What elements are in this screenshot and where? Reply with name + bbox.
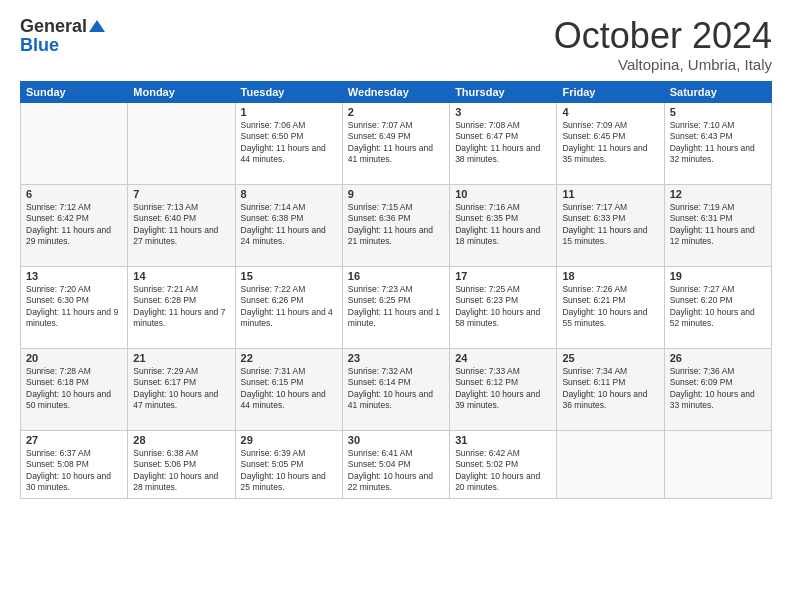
day-number: 27 [26,434,122,446]
calendar-week-row: 27Sunrise: 6:37 AMSunset: 5:08 PMDayligh… [21,430,772,498]
table-row: 24Sunrise: 7:33 AMSunset: 6:12 PMDayligh… [450,348,557,430]
day-number: 29 [241,434,337,446]
day-number: 14 [133,270,229,282]
day-info: Sunrise: 7:21 AMSunset: 6:28 PMDaylight:… [133,284,229,330]
day-number: 21 [133,352,229,364]
day-info: Sunrise: 7:31 AMSunset: 6:15 PMDaylight:… [241,366,337,412]
day-number: 8 [241,188,337,200]
day-number: 28 [133,434,229,446]
table-row: 17Sunrise: 7:25 AMSunset: 6:23 PMDayligh… [450,266,557,348]
logo-icon [89,18,105,34]
svg-marker-0 [89,20,105,32]
table-row: 11Sunrise: 7:17 AMSunset: 6:33 PMDayligh… [557,184,664,266]
day-number: 10 [455,188,551,200]
day-number: 13 [26,270,122,282]
day-info: Sunrise: 7:27 AMSunset: 6:20 PMDaylight:… [670,284,766,330]
table-row: 1Sunrise: 7:06 AMSunset: 6:50 PMDaylight… [235,102,342,184]
day-info: Sunrise: 7:25 AMSunset: 6:23 PMDaylight:… [455,284,551,330]
day-number: 15 [241,270,337,282]
table-row: 23Sunrise: 7:32 AMSunset: 6:14 PMDayligh… [342,348,449,430]
day-number: 19 [670,270,766,282]
day-info: Sunrise: 7:22 AMSunset: 6:26 PMDaylight:… [241,284,337,330]
day-number: 31 [455,434,551,446]
table-row: 13Sunrise: 7:20 AMSunset: 6:30 PMDayligh… [21,266,128,348]
table-row: 30Sunrise: 6:41 AMSunset: 5:04 PMDayligh… [342,430,449,498]
day-number: 18 [562,270,658,282]
day-info: Sunrise: 7:28 AMSunset: 6:18 PMDaylight:… [26,366,122,412]
calendar-week-row: 1Sunrise: 7:06 AMSunset: 6:50 PMDaylight… [21,102,772,184]
table-row: 8Sunrise: 7:14 AMSunset: 6:38 PMDaylight… [235,184,342,266]
day-number: 12 [670,188,766,200]
day-number: 17 [455,270,551,282]
day-number: 7 [133,188,229,200]
day-info: Sunrise: 7:20 AMSunset: 6:30 PMDaylight:… [26,284,122,330]
day-number: 30 [348,434,444,446]
location: Valtopina, Umbria, Italy [554,56,772,73]
header: General Blue October 2024 Valtopina, Umb… [20,16,772,73]
day-info: Sunrise: 7:07 AMSunset: 6:49 PMDaylight:… [348,120,444,166]
col-saturday: Saturday [664,81,771,102]
table-row: 5Sunrise: 7:10 AMSunset: 6:43 PMDaylight… [664,102,771,184]
day-info: Sunrise: 7:06 AMSunset: 6:50 PMDaylight:… [241,120,337,166]
day-number: 4 [562,106,658,118]
page: General Blue October 2024 Valtopina, Umb… [0,0,792,612]
calendar-week-row: 13Sunrise: 7:20 AMSunset: 6:30 PMDayligh… [21,266,772,348]
table-row: 16Sunrise: 7:23 AMSunset: 6:25 PMDayligh… [342,266,449,348]
day-number: 11 [562,188,658,200]
table-row: 22Sunrise: 7:31 AMSunset: 6:15 PMDayligh… [235,348,342,430]
table-row: 3Sunrise: 7:08 AMSunset: 6:47 PMDaylight… [450,102,557,184]
table-row: 7Sunrise: 7:13 AMSunset: 6:40 PMDaylight… [128,184,235,266]
col-tuesday: Tuesday [235,81,342,102]
day-info: Sunrise: 6:38 AMSunset: 5:06 PMDaylight:… [133,448,229,494]
day-info: Sunrise: 7:12 AMSunset: 6:42 PMDaylight:… [26,202,122,248]
table-row: 20Sunrise: 7:28 AMSunset: 6:18 PMDayligh… [21,348,128,430]
day-info: Sunrise: 7:17 AMSunset: 6:33 PMDaylight:… [562,202,658,248]
table-row: 14Sunrise: 7:21 AMSunset: 6:28 PMDayligh… [128,266,235,348]
day-number: 5 [670,106,766,118]
table-row: 28Sunrise: 6:38 AMSunset: 5:06 PMDayligh… [128,430,235,498]
table-row: 21Sunrise: 7:29 AMSunset: 6:17 PMDayligh… [128,348,235,430]
calendar-week-row: 20Sunrise: 7:28 AMSunset: 6:18 PMDayligh… [21,348,772,430]
col-thursday: Thursday [450,81,557,102]
table-row: 26Sunrise: 7:36 AMSunset: 6:09 PMDayligh… [664,348,771,430]
day-info: Sunrise: 7:19 AMSunset: 6:31 PMDaylight:… [670,202,766,248]
day-info: Sunrise: 6:37 AMSunset: 5:08 PMDaylight:… [26,448,122,494]
col-monday: Monday [128,81,235,102]
day-number: 16 [348,270,444,282]
table-row: 6Sunrise: 7:12 AMSunset: 6:42 PMDaylight… [21,184,128,266]
table-row: 29Sunrise: 6:39 AMSunset: 5:05 PMDayligh… [235,430,342,498]
day-info: Sunrise: 6:39 AMSunset: 5:05 PMDaylight:… [241,448,337,494]
table-row: 31Sunrise: 6:42 AMSunset: 5:02 PMDayligh… [450,430,557,498]
day-number: 2 [348,106,444,118]
calendar-week-row: 6Sunrise: 7:12 AMSunset: 6:42 PMDaylight… [21,184,772,266]
day-info: Sunrise: 7:36 AMSunset: 6:09 PMDaylight:… [670,366,766,412]
logo-block: General Blue [20,16,105,56]
calendar-header-row: Sunday Monday Tuesday Wednesday Thursday… [21,81,772,102]
day-number: 9 [348,188,444,200]
table-row: 12Sunrise: 7:19 AMSunset: 6:31 PMDayligh… [664,184,771,266]
table-row [557,430,664,498]
day-info: Sunrise: 6:41 AMSunset: 5:04 PMDaylight:… [348,448,444,494]
day-info: Sunrise: 7:10 AMSunset: 6:43 PMDaylight:… [670,120,766,166]
table-row: 19Sunrise: 7:27 AMSunset: 6:20 PMDayligh… [664,266,771,348]
table-row: 10Sunrise: 7:16 AMSunset: 6:35 PMDayligh… [450,184,557,266]
day-info: Sunrise: 7:29 AMSunset: 6:17 PMDaylight:… [133,366,229,412]
day-info: Sunrise: 7:26 AMSunset: 6:21 PMDaylight:… [562,284,658,330]
day-number: 3 [455,106,551,118]
day-number: 20 [26,352,122,364]
day-number: 6 [26,188,122,200]
table-row: 4Sunrise: 7:09 AMSunset: 6:45 PMDaylight… [557,102,664,184]
col-wednesday: Wednesday [342,81,449,102]
title-block: October 2024 Valtopina, Umbria, Italy [554,16,772,73]
day-info: Sunrise: 6:42 AMSunset: 5:02 PMDaylight:… [455,448,551,494]
col-friday: Friday [557,81,664,102]
logo-general-text: General [20,16,87,37]
day-info: Sunrise: 7:13 AMSunset: 6:40 PMDaylight:… [133,202,229,248]
day-info: Sunrise: 7:33 AMSunset: 6:12 PMDaylight:… [455,366,551,412]
table-row: 15Sunrise: 7:22 AMSunset: 6:26 PMDayligh… [235,266,342,348]
table-row: 9Sunrise: 7:15 AMSunset: 6:36 PMDaylight… [342,184,449,266]
day-info: Sunrise: 7:34 AMSunset: 6:11 PMDaylight:… [562,366,658,412]
table-row: 25Sunrise: 7:34 AMSunset: 6:11 PMDayligh… [557,348,664,430]
day-info: Sunrise: 7:16 AMSunset: 6:35 PMDaylight:… [455,202,551,248]
logo-blue-text: Blue [20,35,105,56]
